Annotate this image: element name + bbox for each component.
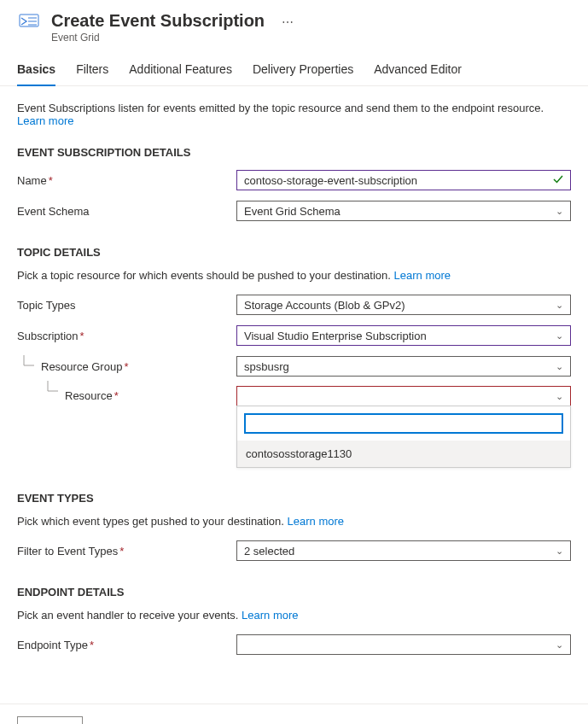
topic-types-value: Storage Accounts (Blob & GPv2) <box>244 299 405 312</box>
tab-advanced-editor[interactable]: Advanced Editor <box>374 55 462 86</box>
section-title-topic-details: TOPIC DETAILS <box>17 246 571 259</box>
section-title-event-types: EVENT TYPES <box>17 492 571 505</box>
endpoint-learn-more-link[interactable]: Learn more <box>242 609 298 622</box>
tab-bar: Basics Filters Additional Features Deliv… <box>0 55 588 86</box>
tab-basics[interactable]: Basics <box>17 55 55 86</box>
tree-line-icon <box>44 381 61 398</box>
resource-group-select[interactable]: spsbusrg ⌄ <box>236 356 571 377</box>
subscription-label: Subscription* <box>17 330 236 342</box>
section-event-types: EVENT TYPES Pick which event types get p… <box>17 492 571 562</box>
required-indicator: * <box>114 389 119 402</box>
topic-learn-more-link[interactable]: Learn more <box>394 269 451 282</box>
intro-text-body: Event Subscriptions listen for events em… <box>17 102 544 114</box>
endpoint-desc: Pick an event handler to receive your ev… <box>17 609 571 622</box>
name-label: Name* <box>17 174 236 187</box>
tab-additional-features[interactable]: Additional Features <box>129 55 232 86</box>
chevron-down-icon: ⌄ <box>556 300 563 311</box>
resource-group-label: Resource Group* <box>17 360 236 373</box>
chevron-down-icon: ⌄ <box>556 546 563 557</box>
page-subtitle: Event Grid <box>51 32 265 44</box>
tab-delivery-properties[interactable]: Delivery Properties <box>253 55 353 86</box>
resource-group-value: spsbusrg <box>244 360 289 373</box>
endpoint-type-select[interactable]: ⌄ <box>236 634 571 655</box>
resource-search-input[interactable] <box>244 413 563 434</box>
resource-label: Resource* <box>17 386 236 402</box>
subscription-select[interactable]: Visual Studio Enterprise Subscription ⌄ <box>236 325 571 346</box>
event-types-learn-more-link[interactable]: Learn more <box>288 515 344 528</box>
section-endpoint: ENDPOINT DETAILS Pick an event handler t… <box>17 586 571 656</box>
event-grid-icon <box>17 10 41 34</box>
topic-types-label: Topic Types <box>17 299 236 312</box>
filter-value: 2 selected <box>244 545 294 558</box>
section-title-endpoint: ENDPOINT DETAILS <box>17 586 571 598</box>
footer: Create <box>0 704 588 724</box>
page-title: Create Event Subscription <box>51 10 265 31</box>
name-input[interactable] <box>236 170 571 190</box>
required-indicator: * <box>80 330 84 342</box>
required-indicator: * <box>124 360 128 373</box>
chevron-down-icon: ⌄ <box>556 639 563 651</box>
event-schema-label: Event Schema <box>17 205 236 218</box>
event-schema-value: Event Grid Schema <box>244 205 341 218</box>
chevron-down-icon: ⌄ <box>556 330 563 342</box>
topic-types-select[interactable]: Storage Accounts (Blob & GPv2) ⌄ <box>236 295 571 315</box>
topic-details-desc: Pick a topic resource for which events s… <box>17 269 571 282</box>
intro-learn-more-link[interactable]: Learn more <box>17 114 73 127</box>
filter-event-types-select[interactable]: 2 selected ⌄ <box>236 540 571 561</box>
chevron-down-icon: ⌄ <box>556 206 563 217</box>
resource-option[interactable]: contososstorage1130 <box>237 441 570 467</box>
resource-dropdown-panel: contososstorage1130 <box>236 406 571 468</box>
required-indicator: * <box>49 174 53 187</box>
filter-label: Filter to Event Types* <box>17 545 236 558</box>
endpoint-type-label: Endpoint Type* <box>17 639 236 651</box>
chevron-down-icon: ⌄ <box>556 391 563 402</box>
required-indicator: * <box>90 639 94 651</box>
section-topic-details: TOPIC DETAILS Pick a topic resource for … <box>17 246 571 468</box>
event-schema-select[interactable]: Event Grid Schema ⌄ <box>236 201 571 221</box>
more-icon[interactable]: ⋯ <box>282 15 294 29</box>
tab-filters[interactable]: Filters <box>76 55 108 86</box>
tree-line-icon <box>20 355 38 372</box>
create-button[interactable]: Create <box>17 716 83 724</box>
chevron-down-icon: ⌄ <box>556 361 563 372</box>
intro-text: Event Subscriptions listen for events em… <box>17 102 571 127</box>
subscription-value: Visual Studio Enterprise Subscription <box>244 330 427 342</box>
required-indicator: * <box>119 545 124 558</box>
section-title-subscription-details: EVENT SUBSCRIPTION DETAILS <box>17 146 571 159</box>
event-types-desc: Pick which event types get pushed to you… <box>17 515 571 528</box>
resource-select[interactable]: ⌄ <box>236 386 571 406</box>
section-subscription-details: EVENT SUBSCRIPTION DETAILS Name* Event S… <box>17 146 571 222</box>
page-header: Create Event Subscription Event Grid ⋯ <box>0 0 588 50</box>
